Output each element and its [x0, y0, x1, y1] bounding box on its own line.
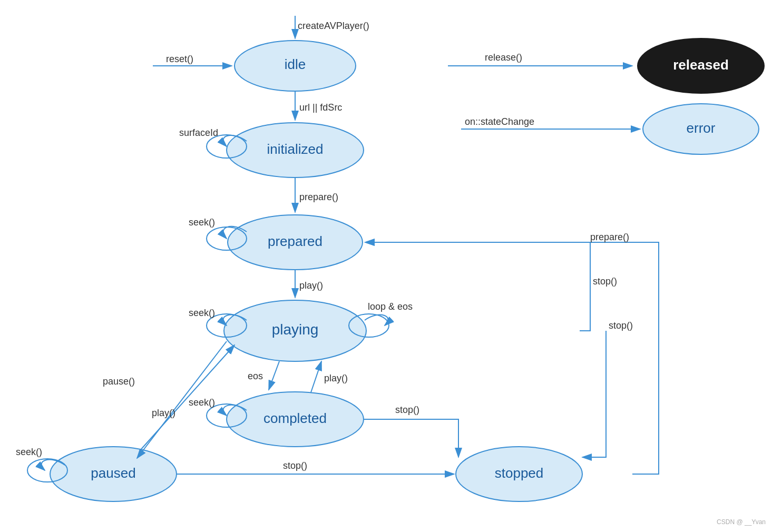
state-error: error [687, 120, 716, 136]
label-reset: reset() [166, 54, 193, 64]
label-stop-completed: stop() [395, 405, 419, 415]
state-stopped: stopped [495, 465, 544, 481]
label-prepare2: prepare() [590, 232, 629, 242]
state-initialized: initialized [267, 141, 324, 157]
label-pause: pause() [103, 376, 135, 387]
state-prepared: prepared [268, 233, 323, 249]
label-createAVPlayer: createAVPlayer() [298, 21, 369, 31]
label-play2: play() [324, 373, 348, 383]
svg-line-23 [269, 361, 279, 390]
label-play3: play() [152, 408, 175, 418]
state-completed: completed [263, 410, 327, 426]
svg-line-24 [311, 361, 321, 392]
watermark-text: CSDN @ __Yvan [717, 518, 766, 526]
label-stop-playing: stop() [609, 320, 633, 331]
label-prepare1: prepare() [299, 192, 338, 202]
label-stop2-line: stop() [593, 276, 617, 287]
label-eos: eos [248, 371, 263, 381]
label-seek-playing: seek() [189, 308, 215, 318]
svg-line-26 [140, 345, 234, 451]
label-release: release() [485, 52, 522, 63]
state-paused: paused [91, 465, 135, 481]
state-idle: idle [285, 56, 306, 72]
label-urlFdSrc: url || fdSrc [299, 102, 342, 113]
label-surfaceId: surfaceId [179, 127, 218, 138]
label-seek-prepared: seek() [189, 217, 215, 228]
state-playing: playing [272, 321, 319, 338]
label-play1: play() [299, 280, 323, 291]
label-stateChange: on::stateChange [465, 116, 534, 127]
label-seek-paused: seek() [16, 447, 42, 457]
label-seek-completed: seek() [189, 397, 215, 408]
label-stop-paused: stop() [283, 460, 307, 471]
label-loopEos: loop & eos [368, 301, 413, 312]
state-released: released [673, 57, 729, 73]
